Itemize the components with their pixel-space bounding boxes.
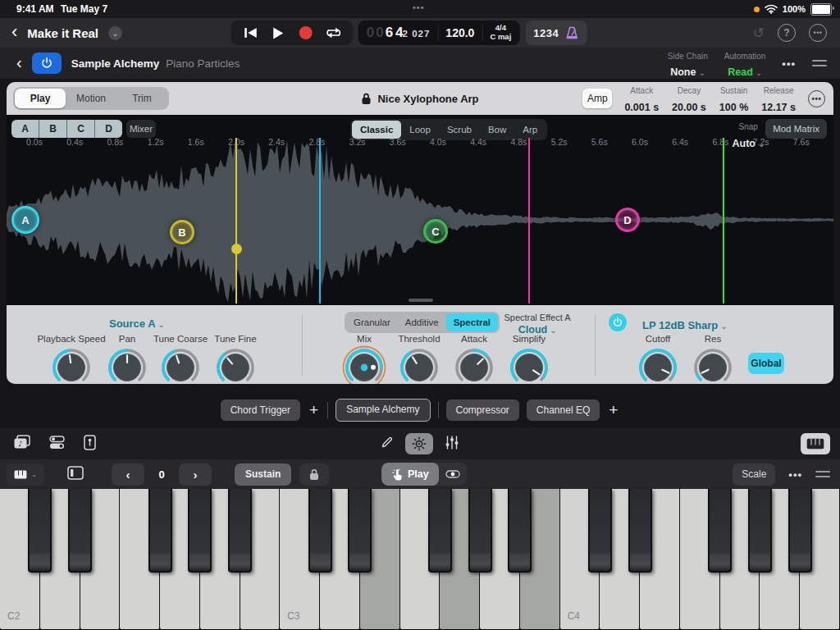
mode-bow[interactable]: Bow (480, 121, 514, 139)
plugin-chain-chord-trigger[interactable]: Chord Trigger (221, 399, 300, 421)
black-key[interactable] (228, 489, 252, 573)
black-key[interactable] (748, 489, 772, 573)
black-key[interactable] (628, 489, 652, 573)
edit-button[interactable] (381, 436, 394, 452)
plugin-chain-sample-alchemy[interactable]: Sample Alchemy (336, 399, 430, 422)
undo-button[interactable]: ↺ (753, 25, 765, 42)
black-key[interactable] (428, 489, 452, 573)
song-title[interactable]: Make it Real (27, 26, 98, 40)
playhead-dot[interactable] (231, 244, 242, 254)
knob-tune-fine[interactable] (212, 345, 258, 384)
glissando-mode-button[interactable] (439, 463, 467, 486)
source-button-b[interactable]: B (39, 120, 67, 138)
mode-loop[interactable]: Loop (401, 121, 439, 139)
sample-name[interactable]: Nice Xylophone Arp (377, 93, 478, 105)
go-to-beginning-button[interactable] (236, 21, 264, 45)
black-key[interactable] (508, 489, 532, 573)
play-mode-button[interactable]: Play (381, 463, 439, 486)
automation-selector[interactable]: Automation Read ⌄ (724, 47, 766, 80)
preset-name[interactable]: Piano Particles (166, 57, 240, 70)
black-key[interactable] (28, 489, 52, 573)
marker-d[interactable]: D (615, 208, 640, 232)
knob-mix[interactable] (341, 345, 387, 384)
sustain-button[interactable]: Sustain (235, 463, 291, 486)
filter-power-button[interactable] (609, 313, 627, 331)
knob-cutoff[interactable] (635, 345, 681, 384)
global-button[interactable]: Global (748, 353, 784, 374)
marker-b[interactable]: B (170, 220, 194, 244)
cycle-button[interactable] (320, 21, 348, 45)
knob-pan[interactable] (104, 345, 150, 384)
count-in-metronome-button[interactable]: 1234 (525, 21, 587, 45)
keyboard-drag-handle[interactable] (815, 471, 830, 477)
octave-down-button[interactable]: ‹ (112, 463, 144, 486)
octave-up-button[interactable]: › (179, 463, 212, 486)
mode-arp[interactable]: Arp (514, 121, 546, 139)
knob-playback-speed[interactable] (48, 345, 94, 384)
song-menu-caret-icon[interactable]: ⌄ (108, 26, 122, 40)
source-button-d[interactable]: D (95, 120, 122, 138)
envelope-sustain[interactable]: Sustain100 % (719, 82, 748, 116)
more-options-button[interactable]: ••• (809, 24, 827, 42)
mode-scrub[interactable]: Scrub (439, 121, 480, 139)
black-key[interactable] (188, 489, 212, 573)
synth-tab-additive[interactable]: Additive (398, 313, 446, 331)
waveform-display[interactable]: ABCD Mixer ClassicLoopScrubBowArp Snap A… (7, 115, 833, 305)
knob-attack[interactable] (451, 345, 497, 384)
tab-motion[interactable]: Motion (66, 89, 116, 108)
mixer-toggles-button[interactable] (49, 436, 66, 453)
envelope-attack[interactable]: Attack0.001 s (624, 82, 659, 116)
tab-trim[interactable]: Trim (116, 89, 167, 108)
plugin-back-chevron-icon[interactable]: ‹ (16, 54, 22, 71)
play-button[interactable] (264, 21, 292, 45)
knob-simplify[interactable] (506, 345, 552, 384)
plugins-view-button[interactable] (405, 433, 433, 454)
keyboard-chooser-button[interactable]: ⌄ (7, 463, 44, 486)
back-chevron-icon[interactable]: ‹ (11, 23, 17, 41)
knob-res[interactable] (690, 345, 736, 384)
plugin-chain-compressor[interactable]: Compressor (446, 399, 519, 421)
mode-classic[interactable]: Classic (352, 121, 401, 139)
source-button-a[interactable]: A (11, 120, 39, 138)
black-key[interactable] (308, 489, 332, 573)
black-key[interactable] (468, 489, 492, 573)
spectral-effect-selector[interactable]: Spectral Effect A Cloud ⌄ (480, 313, 595, 336)
filter-type-selector[interactable]: LP 12dB Sharp ⌄ (642, 317, 727, 332)
playhead-line[interactable] (235, 138, 237, 304)
record-button[interactable] (292, 21, 320, 45)
play-surface-button[interactable] (801, 433, 830, 454)
mod-matrix-button[interactable]: Mod Matrix (765, 119, 827, 139)
black-key[interactable] (588, 489, 612, 573)
add-plugin-button[interactable]: + (308, 401, 320, 419)
black-key[interactable] (788, 489, 812, 573)
scroll-indicator[interactable] (409, 299, 433, 302)
black-key[interactable] (348, 489, 372, 573)
source-button-c[interactable]: C (67, 120, 95, 138)
drag-handle[interactable] (812, 60, 827, 66)
knob-threshold[interactable] (396, 345, 442, 384)
envelope-release[interactable]: Release12.17 s (761, 82, 796, 116)
playhead-line[interactable] (723, 138, 724, 304)
black-key[interactable] (148, 489, 172, 573)
knob-tune-coarse[interactable] (158, 345, 203, 384)
marker-c[interactable]: C (423, 219, 448, 244)
plugin-chain-channel-eq[interactable]: Channel EQ (527, 399, 600, 421)
source-selector[interactable]: Source A ⌄ (109, 316, 164, 331)
help-button[interactable]: ? (778, 24, 796, 42)
keyboard-more-button[interactable]: ••• (788, 468, 802, 481)
marker-a[interactable]: A (11, 206, 39, 234)
playhead-line[interactable] (528, 138, 530, 304)
mixer-button[interactable]: Mixer (126, 120, 156, 138)
amp-button[interactable]: Amp (582, 89, 612, 108)
playhead-line[interactable] (319, 138, 321, 304)
sustain-lock-button[interactable] (299, 463, 329, 486)
tab-play[interactable]: Play (15, 89, 66, 108)
lcd-display[interactable]: 00642 027 120.0 4/4C maj (358, 21, 520, 45)
scale-button[interactable]: Scale (733, 463, 775, 486)
channel-strip-button[interactable] (445, 436, 459, 453)
add-plugin-button[interactable]: + (607, 401, 619, 419)
plugin-more-button[interactable]: ••• (782, 57, 796, 70)
black-key[interactable] (68, 489, 92, 573)
browser-button[interactable]: ♪ (13, 435, 31, 453)
envelope-decay[interactable]: Decay20.00 s (672, 82, 706, 116)
